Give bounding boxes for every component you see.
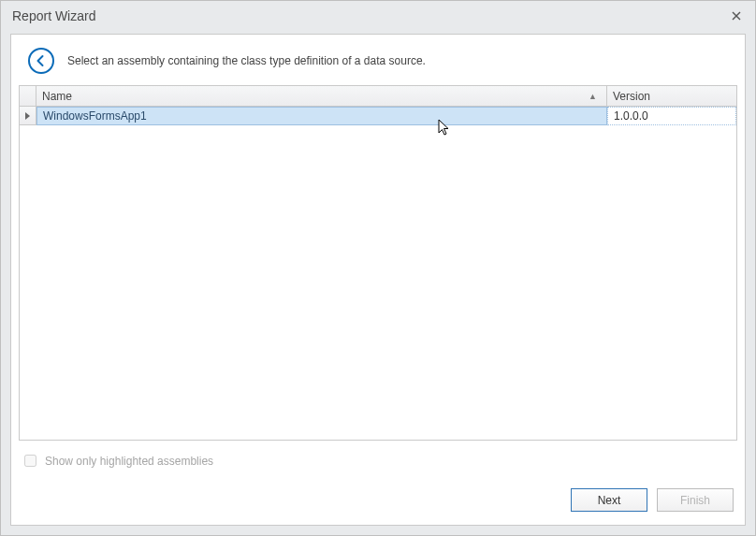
grid-header-indicator (20, 86, 36, 106)
close-button[interactable] (727, 7, 746, 25)
assembly-grid: Name ▲ Version WindowsFormsApp1 1.0.0.0 (19, 85, 737, 441)
report-wizard-window: Report Wizard Select an assembly contain… (0, 0, 756, 536)
cell-version: 1.0.0.0 (607, 107, 736, 125)
column-header-name[interactable]: Name ▲ (36, 86, 607, 106)
show-highlighted-label: Show only highlighted assemblies (45, 455, 213, 468)
window-title: Report Wizard (12, 8, 727, 23)
column-header-name-label: Name (42, 90, 72, 103)
close-icon (732, 11, 741, 21)
finish-button-label: Finish (680, 494, 710, 507)
sort-ascending-icon: ▲ (589, 92, 601, 101)
row-current-icon (24, 111, 32, 121)
back-button[interactable] (28, 48, 54, 74)
row-indicator (20, 107, 36, 125)
grid-header: Name ▲ Version (20, 86, 736, 107)
finish-button: Finish (657, 488, 734, 512)
wizard-header: Select an assembly containing the class … (11, 35, 745, 85)
content-panel: Select an assembly containing the class … (10, 34, 746, 526)
table-row[interactable]: WindowsFormsApp1 1.0.0.0 (20, 107, 736, 125)
next-button-label: Next (598, 494, 621, 507)
instruction-text: Select an assembly containing the class … (67, 54, 426, 67)
next-button[interactable]: Next (571, 488, 647, 512)
cell-name: WindowsFormsApp1 (36, 107, 607, 125)
show-highlighted-checkbox[interactable] (24, 455, 36, 467)
column-header-version-label: Version (613, 90, 650, 103)
options-row: Show only highlighted assemblies (11, 441, 745, 483)
column-header-version[interactable]: Version (607, 86, 736, 106)
titlebar: Report Wizard (1, 1, 755, 30)
back-arrow-icon (35, 54, 48, 67)
button-row: Next Finish (11, 483, 745, 525)
grid-body: WindowsFormsApp1 1.0.0.0 (20, 107, 736, 440)
